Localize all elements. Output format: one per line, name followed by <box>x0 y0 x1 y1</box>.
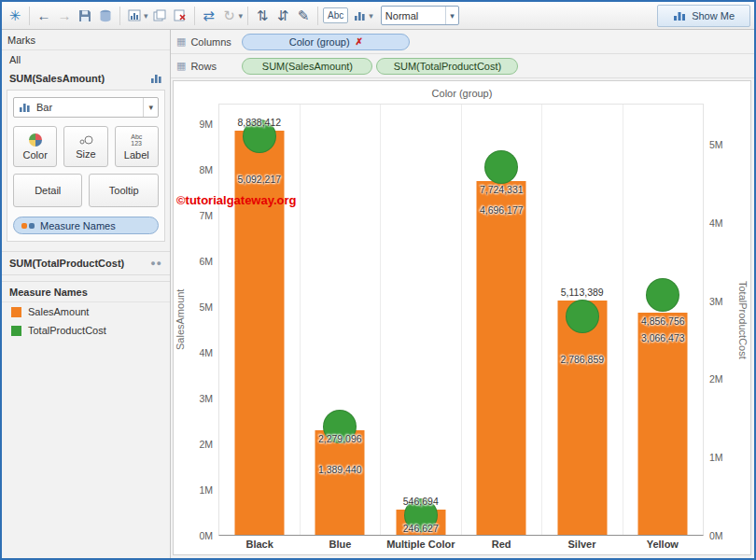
bar-value-label: 2,279,096 <box>318 433 362 444</box>
redo-icon[interactable]: → <box>55 5 74 27</box>
undo-icon[interactable]: ← <box>35 5 53 27</box>
bar-mark[interactable] <box>315 430 365 535</box>
label-button[interactable]: Abc123 Label <box>115 126 159 167</box>
circle-mark[interactable] <box>484 150 518 184</box>
plot-column-3: 7,724,3314,696,177 <box>462 105 543 535</box>
save-icon[interactable] <box>76 5 94 27</box>
legend-swatch-totalproductcost <box>11 326 21 336</box>
clear-sheet-icon[interactable] <box>171 5 189 27</box>
tooltip-button-label: Tooltip <box>109 185 139 196</box>
start-page-icon[interactable]: ✳ <box>6 5 24 27</box>
bar-mark[interactable] <box>557 301 607 535</box>
axis-tick: 5M <box>199 301 213 313</box>
columns-pill-text: Color (group) <box>289 36 350 48</box>
chart-type-icon[interactable] <box>350 5 369 27</box>
chevron-down-icon: ▾ <box>143 98 153 117</box>
sort-ascending-icon[interactable]: ⇅ <box>253 5 272 27</box>
new-worksheet-icon[interactable] <box>125 5 144 27</box>
measure-names-icon <box>21 223 35 229</box>
measure-names-pill-label: Measure Names <box>40 220 116 231</box>
detail-button[interactable]: Detail <box>13 174 82 207</box>
size-button-label: Size <box>76 148 95 160</box>
circle-value-label: 3,066,473 <box>641 332 685 343</box>
size-icon <box>78 134 93 146</box>
chevron-down-icon[interactable]: ▾ <box>144 11 148 21</box>
color-button[interactable]: Color <box>13 126 57 167</box>
chevron-down-icon[interactable]: ▾ <box>369 11 373 21</box>
axis-tick: 6M <box>199 256 213 267</box>
marks-panel: Marks All SUM(SalesAmount) Bar ▾ <box>2 30 171 558</box>
duplicate-sheet-icon[interactable] <box>150 5 169 27</box>
columns-pill-color-group[interactable]: Color (group) ✗ <box>242 34 410 50</box>
show-mark-labels-button[interactable]: Abc <box>323 7 348 23</box>
axis-tick: 4M <box>709 217 723 229</box>
add-data-source-icon[interactable] <box>96 5 115 27</box>
left-axis-ticks: 0M1M2M3M4M5M6M7M8M9M <box>187 104 218 536</box>
category-label[interactable]: Black <box>219 536 300 554</box>
plot-column-1: 2,279,0961,389,440 <box>301 105 382 535</box>
watermark: ©tutorialgateway.org <box>176 193 297 207</box>
swap-rows-columns-icon[interactable]: ⇄ <box>200 5 218 27</box>
chevron-down-icon[interactable]: ▾ <box>239 11 244 21</box>
rows-shelf-label: Rows <box>190 61 237 72</box>
axis-tick: 3M <box>199 393 213 404</box>
toolbar-separator <box>119 7 120 25</box>
circle-mark[interactable] <box>566 300 599 333</box>
category-label[interactable]: Silver <box>541 536 622 554</box>
size-button[interactable]: Size <box>63 126 107 167</box>
marks-totalproductcost-label: SUM(TotalProductCost) <box>9 258 124 269</box>
circle-value-label: 5,092,217 <box>237 174 281 185</box>
category-label[interactable]: Multiple Color <box>381 536 461 554</box>
bar-mark[interactable] <box>638 313 688 535</box>
category-label[interactable]: Blue <box>300 536 380 554</box>
legend-item-totalproductcost[interactable]: TotalProductCost <box>2 321 170 340</box>
bar-chart-icon <box>150 73 162 84</box>
category-label[interactable]: Red <box>461 536 541 554</box>
axis-tick: 4M <box>199 347 213 358</box>
toolbar-separator <box>247 7 248 25</box>
marks-totalproductcost-row[interactable]: SUM(TotalProductCost) ●● <box>2 251 170 275</box>
axis-tick: 5M <box>709 139 723 150</box>
legend-item-salesamount[interactable]: SalesAmount <box>2 302 170 321</box>
bar-value-label: 5,113,389 <box>561 287 604 298</box>
bar-mark[interactable] <box>234 131 284 535</box>
legend-label-totalproductcost: TotalProductCost <box>28 325 106 336</box>
category-label[interactable]: Yellow <box>623 536 703 554</box>
marks-salesamount-row[interactable]: SUM(SalesAmount) <box>2 69 170 88</box>
marks-all-label: All <box>9 54 21 65</box>
bar-value-label: 546,694 <box>403 496 439 507</box>
highlight-icon[interactable]: ✎ <box>294 5 313 27</box>
fit-dropdown-value: Normal <box>385 10 418 21</box>
remove-icon[interactable]: ✗ <box>356 36 363 47</box>
toolbar-separator <box>317 7 318 25</box>
circle-mark[interactable] <box>646 278 679 312</box>
grid-icon: ▦ <box>176 35 186 48</box>
columns-shelf-pills: Color (group) ✗ <box>242 34 410 50</box>
marks-panel-title: Marks <box>2 30 170 50</box>
mark-buttons: Color Size Abc123 Label <box>13 126 159 207</box>
tableau-window: ✳ ← → ▾ ⇄ ↻ ▾ ⇅ ⇵ ✎ Abc ▾ <box>0 0 756 560</box>
measure-names-pill[interactable]: Measure Names <box>13 217 159 234</box>
marks-card: Bar ▾ Color Size <box>7 90 165 242</box>
show-me-icon <box>673 9 686 21</box>
columns-shelf: ▦ Columns Color (group) ✗ <box>171 30 754 54</box>
rows-pill-totalproductcost[interactable]: SUM(TotalProductCost) <box>376 58 518 75</box>
marks-salesamount-label: SUM(SalesAmount) <box>9 73 105 84</box>
circle-value-label: 4,696,177 <box>480 204 524 216</box>
marks-all-row[interactable]: All <box>2 50 170 69</box>
rows-pill-salesamount[interactable]: SUM(SalesAmount) <box>242 58 372 75</box>
tooltip-button[interactable]: Tooltip <box>89 174 159 207</box>
circle-value-label: 2,786,859 <box>560 354 604 365</box>
category-axis: BlackBlueMultiple ColorRedSilverYellow <box>174 536 750 554</box>
columns-shelf-label: Columns <box>190 36 237 48</box>
refresh-icon[interactable]: ↻ <box>220 5 239 27</box>
rows-shelf-pills: SUM(SalesAmount) SUM(TotalProductCost) <box>242 58 518 75</box>
show-me-button[interactable]: Show Me <box>657 5 750 27</box>
legend-swatch-salesamount <box>11 307 21 317</box>
bar-mark[interactable] <box>477 181 526 535</box>
mark-type-dropdown[interactable]: Bar ▾ <box>13 97 159 118</box>
toolbar-separator <box>194 7 195 25</box>
rows-pill-text: SUM(SalesAmount) <box>262 61 353 72</box>
sort-descending-icon[interactable]: ⇵ <box>273 5 292 27</box>
fit-dropdown[interactable]: Normal ▾ <box>381 6 459 25</box>
